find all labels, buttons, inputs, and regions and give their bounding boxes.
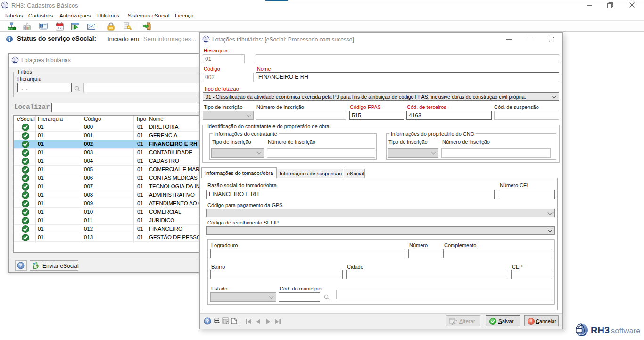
svg-text:?: ? xyxy=(19,263,22,268)
svg-text:17: 17 xyxy=(58,26,61,30)
svg-text:?: ? xyxy=(206,319,209,324)
